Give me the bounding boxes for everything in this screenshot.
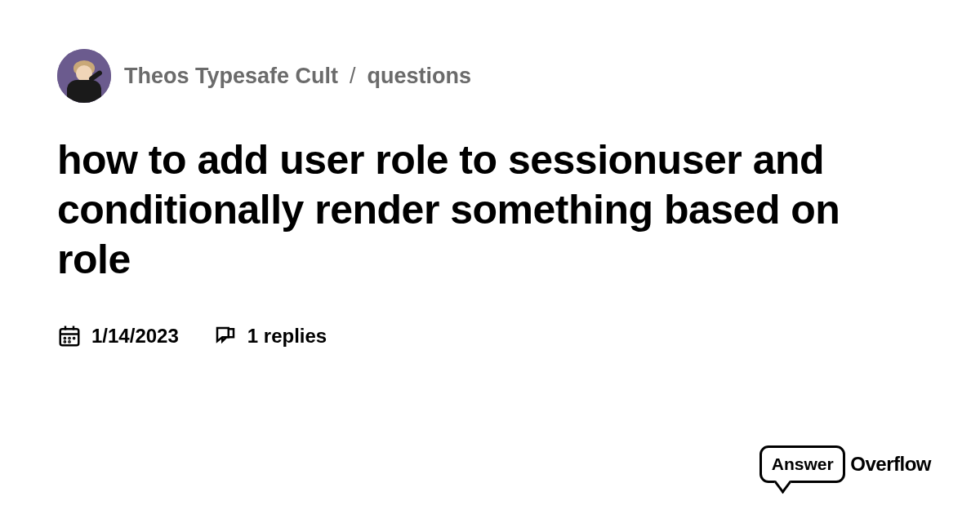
svg-point-5 bbox=[69, 338, 69, 339]
breadcrumb: Theos Typesafe Cult / questions bbox=[57, 49, 923, 103]
logo-answer-text: Answer bbox=[772, 454, 834, 474]
meta-row: 1/14/2023 1 replies bbox=[57, 324, 923, 348]
replies-icon bbox=[213, 324, 238, 348]
community-avatar bbox=[57, 49, 111, 103]
svg-point-4 bbox=[65, 338, 65, 339]
breadcrumb-text: Theos Typesafe Cult / questions bbox=[124, 64, 471, 89]
breadcrumb-section: questions bbox=[368, 64, 472, 89]
date-item: 1/14/2023 bbox=[57, 324, 179, 348]
question-title: how to add user role to sessionuser and … bbox=[57, 135, 923, 285]
replies-item: 1 replies bbox=[213, 324, 327, 348]
logo-overflow-text: Overflow bbox=[850, 453, 931, 476]
community-name: Theos Typesafe Cult bbox=[124, 64, 338, 89]
calendar-icon bbox=[57, 324, 82, 348]
svg-point-7 bbox=[65, 341, 65, 342]
svg-point-8 bbox=[69, 341, 69, 342]
date-text: 1/14/2023 bbox=[91, 325, 179, 348]
svg-point-6 bbox=[74, 338, 74, 339]
breadcrumb-separator-icon: / bbox=[350, 64, 356, 89]
brand-logo: Answer Overflow bbox=[760, 445, 931, 483]
logo-bubble: Answer bbox=[760, 445, 845, 483]
replies-text: 1 replies bbox=[247, 325, 327, 348]
